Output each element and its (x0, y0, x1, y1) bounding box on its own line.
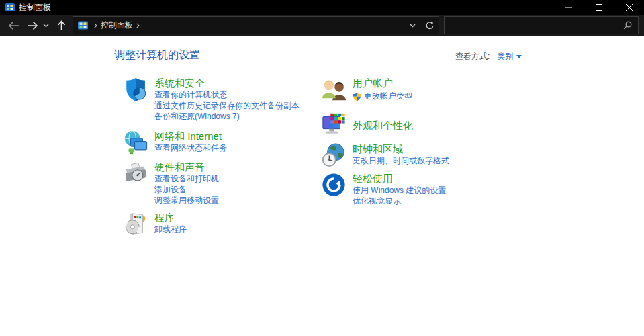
refresh-button[interactable] (421, 17, 439, 33)
programs-icon[interactable] (123, 211, 148, 237)
search-icon[interactable] (623, 21, 632, 30)
control-panel-app-icon (5, 3, 15, 12)
refresh-icon (425, 21, 434, 30)
breadcrumb-control-panel-icon (78, 21, 88, 30)
network-internet-icon[interactable] (123, 130, 148, 155)
left-category-column: 系统和安全 查看你的计算机状态 通过文件历史记录保存你的文件备份副本 备份和还原… (123, 77, 324, 237)
category-title-link[interactable]: 网络和 Internet (154, 130, 222, 142)
task-link[interactable]: 使用 Windows 建议的设置 (353, 185, 446, 196)
hardware-sound-icon[interactable] (123, 161, 148, 186)
breadcrumb-chevron-icon (94, 23, 97, 28)
view-by-category-dropdown[interactable]: 类别 (497, 51, 513, 62)
recent-pages-dropdown[interactable] (41, 24, 50, 28)
category-system-security: 系统和安全 查看你的计算机状态 通过文件历史记录保存你的文件备份副本 备份和还原… (123, 77, 324, 122)
right-category-column: 用户帐户 更改帐户类型 外观和个性化 (321, 77, 522, 206)
task-link[interactable]: 卸载程序 (154, 224, 187, 235)
back-arrow-icon (8, 21, 19, 30)
task-link[interactable]: 查看你的计算机状态 (154, 90, 300, 100)
close-icon (626, 4, 633, 11)
category-text: 时钟和区域 更改日期、时间或数字格式 (353, 142, 449, 166)
forward-arrow-icon (27, 21, 38, 30)
control-panel-window: 控制面板 (0, 0, 644, 336)
task-link[interactable]: 调整常用移动设置 (154, 196, 219, 206)
task-link[interactable]: 查看设备和打印机 (154, 174, 219, 184)
category-title-link[interactable]: 用户帐户 (353, 77, 393, 89)
back-button[interactable] (6, 21, 21, 30)
system-security-icon[interactable] (123, 77, 148, 102)
address-bar[interactable]: 控制面板 (73, 16, 439, 34)
category-title-link[interactable]: 轻松使用 (353, 172, 393, 185)
category-text: 程序 卸载程序 (154, 211, 187, 235)
maximize-icon (596, 4, 602, 11)
user-accounts-icon[interactable] (321, 77, 347, 102)
category-appearance-personalization: 外观和个性化 (321, 112, 522, 138)
task-link[interactable]: 查看网络状态和任务 (154, 143, 227, 153)
category-title-link[interactable]: 硬件和声音 (154, 161, 205, 173)
search-input[interactable] (445, 21, 623, 30)
window-controls (553, 0, 644, 15)
category-text: 系统和安全 查看你的计算机状态 通过文件历史记录保存你的文件备份副本 备份和还原… (154, 77, 300, 122)
minimize-icon (565, 4, 572, 11)
task-link[interactable]: 优化视觉显示 (353, 196, 446, 206)
title-bar: 控制面板 (0, 0, 644, 15)
view-by-control: 查看方式: 类别 (455, 51, 522, 62)
close-button[interactable] (614, 0, 644, 15)
task-link[interactable]: 添加设备 (154, 185, 219, 195)
category-hardware-sound: 硬件和声音 查看设备和打印机 添加设备 调整常用移动设置 (123, 161, 324, 206)
search-box (444, 16, 639, 34)
task-link[interactable]: 更改日期、时间或数字格式 (353, 156, 449, 166)
task-link[interactable]: 通过文件历史记录保存你的文件备份副本 (154, 101, 300, 111)
address-dropdown-button[interactable] (404, 17, 421, 33)
shielded-task: 更改帐户类型 (353, 91, 412, 101)
chevron-down-icon (43, 24, 49, 28)
category-text: 外观和个性化 (353, 112, 413, 138)
page-title: 调整计算机的设置 (114, 48, 200, 62)
category-title-link[interactable]: 程序 (154, 211, 175, 224)
view-by-label: 查看方式: (455, 51, 490, 62)
breadcrumb-chevron-icon[interactable] (136, 23, 140, 28)
control-panel-content: 调整计算机的设置 查看方式: 类别 系统和安全 查看你的计算机状态 通过文件历史… (0, 36, 644, 336)
category-title-link[interactable]: 外观和个性化 (353, 119, 413, 132)
window-title: 控制面板 (19, 0, 51, 15)
clock-region-icon[interactable] (321, 142, 347, 168)
category-user-accounts: 用户帐户 更改帐户类型 (321, 77, 522, 102)
category-title-link[interactable]: 时钟和区域 (353, 142, 403, 155)
category-clock-region: 时钟和区域 更改日期、时间或数字格式 (321, 142, 522, 168)
up-arrow-icon (57, 20, 66, 30)
task-link[interactable]: 备份和还原(Windows 7) (154, 112, 300, 122)
chevron-down-icon (410, 24, 416, 28)
task-link[interactable]: 更改帐户类型 (364, 91, 412, 101)
minimize-button[interactable] (553, 0, 584, 15)
category-text: 轻松使用 使用 Windows 建议的设置 优化视觉显示 (353, 172, 446, 206)
breadcrumb-control-panel[interactable]: 控制面板 (101, 19, 133, 31)
ease-of-access-icon[interactable] (321, 172, 347, 198)
forward-button[interactable] (25, 21, 40, 30)
maximize-button[interactable] (584, 0, 614, 15)
category-text: 用户帐户 更改帐户类型 (353, 77, 412, 101)
dropdown-caret-icon[interactable] (516, 55, 522, 58)
category-text: 网络和 Internet 查看网络状态和任务 (154, 130, 227, 153)
category-programs: 程序 卸载程序 (123, 211, 324, 237)
navigation-bar: 控制面板 (0, 15, 644, 36)
up-button[interactable] (54, 20, 68, 30)
category-text: 硬件和声音 查看设备和打印机 添加设备 调整常用移动设置 (154, 161, 219, 206)
category-ease-of-access: 轻松使用 使用 Windows 建议的设置 优化视觉显示 (321, 172, 522, 206)
appearance-personalization-icon[interactable] (321, 112, 347, 137)
category-network-internet: 网络和 Internet 查看网络状态和任务 (123, 130, 324, 155)
category-title-link[interactable]: 系统和安全 (154, 77, 205, 89)
uac-shield-icon (353, 92, 361, 101)
